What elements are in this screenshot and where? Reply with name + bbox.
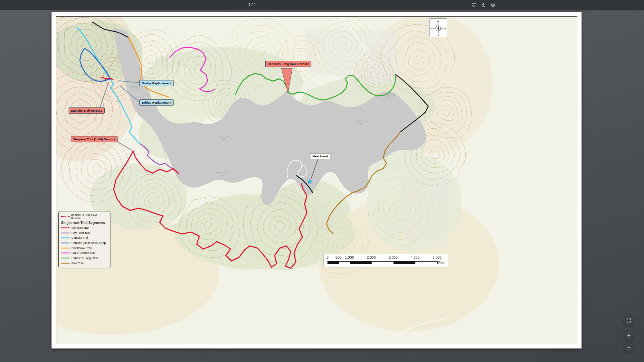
- legend-item-label: Billy Goat Trail: [71, 231, 90, 235]
- trail-swatch: [61, 227, 70, 229]
- trail-swatch: [61, 262, 70, 264]
- rotate-button[interactable]: [470, 1, 478, 9]
- scale-unit-label: Feet: [438, 261, 445, 265]
- fit-page-button[interactable]: [624, 315, 634, 326]
- compass-n-label: N: [437, 20, 439, 23]
- legend-item-handlers: Handler's Long Haul: [61, 255, 108, 261]
- water-label: Yellow Creek Lake: [131, 86, 143, 91]
- scale-tick-label: 5,000: [432, 255, 441, 259]
- callout-bridge-replacement-1: Bridge Replacement: [139, 80, 174, 86]
- trail-swatch: [61, 242, 70, 244]
- map-legend: Damsite to Bear Cave Reroute Singletrack…: [58, 211, 110, 268]
- compass-e-label: E: [444, 27, 446, 30]
- trail-swatch: [61, 252, 70, 254]
- legend-item-damsite: Damsite Trail: [61, 235, 108, 240]
- legend-item-billy-goat: Billy Goat Trail: [61, 230, 108, 236]
- scale-bar-strip: [327, 261, 438, 264]
- compass-icon: N S W E: [430, 19, 447, 37]
- rotate-icon: [471, 2, 476, 7]
- legend-item-label: Stake Church Trail: [71, 251, 95, 255]
- scalebar-segment: [415, 262, 437, 264]
- water-label: Yellow Creek Lake: [217, 135, 229, 140]
- zoom-out-button[interactable]: −: [624, 342, 634, 352]
- legend-title: Singletrack Trail Segments: [61, 221, 108, 225]
- water-label: Yellow Creek Lake: [216, 172, 228, 177]
- page-indicator: 1 / 1: [248, 0, 256, 10]
- trail-swatch: [61, 237, 70, 239]
- pdf-viewer: { "toolbar": { "page_indicator": "1 / 1"…: [0, 0, 644, 362]
- callout-bridge-replacement-2: Bridge Replacement: [139, 99, 174, 106]
- pdf-toolbar: 1 / 1: [0, 0, 644, 10]
- zoom-out-icon: −: [627, 344, 631, 351]
- legend-item-blackhawk: Blackhawk Trail: [61, 246, 108, 251]
- zoom-in-button[interactable]: +: [624, 330, 634, 340]
- water-label: Yellow Creek Lake: [383, 94, 395, 99]
- zoom-in-icon: +: [627, 332, 630, 339]
- scalebar-segment: [372, 262, 393, 264]
- scale-bar: 0 500 1,000 2,000 3,000 4,000 5,000 Feet: [323, 254, 448, 267]
- scalebar-segment: [339, 262, 350, 264]
- print-button[interactable]: [489, 1, 497, 9]
- legend-item-label: Damsite (Bear Cave) Loop: [71, 241, 106, 245]
- legend-item-stake-church: Stake Church Trail: [61, 250, 108, 255]
- legend-item-bear-cave-loop: Damsite (Bear Cave) Loop: [61, 240, 108, 246]
- scalebar-segment: [328, 262, 339, 264]
- legend-item-paul: Paul Trail: [61, 261, 108, 266]
- reroute-dash-swatch: [61, 215, 70, 218]
- compass-rose: N S W E: [429, 18, 447, 37]
- map-canvas: [6, 0, 577, 344]
- trail-map-svg: [0, 0, 644, 362]
- legend-item-label: Damsite Trail: [71, 236, 89, 239]
- callout-handlers-reroute: Handlers Long Haul Reroute: [265, 61, 311, 67]
- scale-tick-label: 2,000: [367, 255, 376, 259]
- trail-swatch: [61, 257, 70, 259]
- download-icon: [481, 2, 486, 7]
- scale-tick-label: 3,000: [389, 255, 398, 259]
- legend-item-label: Blackhawk Trail: [71, 246, 92, 250]
- scale-tick-label: 0: [327, 255, 328, 259]
- compass-w-label: W: [430, 27, 433, 30]
- fit-page-icon: [626, 318, 631, 323]
- print-icon: [490, 2, 496, 7]
- download-button[interactable]: [479, 1, 487, 9]
- water-label: Yellow Creek Lake: [355, 120, 367, 125]
- scalebar-segment: [350, 262, 372, 264]
- legend-item-label: Simpson Trail: [71, 226, 89, 229]
- legend-item-label: Handler's Long Haul: [71, 256, 98, 260]
- scale-tick-label: 500: [336, 255, 341, 259]
- legend-item-simpson: Simpson Trail: [61, 225, 108, 230]
- scalebar-segment: [393, 262, 415, 264]
- legend-reroute-label: Damsite to Bear Cave Reroute: [71, 213, 108, 220]
- scale-tick-label: 4,000: [411, 255, 420, 259]
- callout-simpson-reroute: Simpson Trail (1400) Reroute: [71, 136, 118, 142]
- legend-item-label: Paul Trail: [71, 262, 84, 265]
- callout-damsite-reroute: Damsite Trail Reroute: [69, 107, 105, 114]
- trail-swatch: [61, 232, 70, 234]
- compass-s-label: S: [437, 33, 439, 36]
- callout-meet-here: Meet Here!: [310, 153, 330, 159]
- legend-reroute-row: Damsite to Bear Cave Reroute: [61, 213, 108, 220]
- trail-swatch: [61, 247, 70, 249]
- scale-tick-label: 1,000: [345, 255, 354, 259]
